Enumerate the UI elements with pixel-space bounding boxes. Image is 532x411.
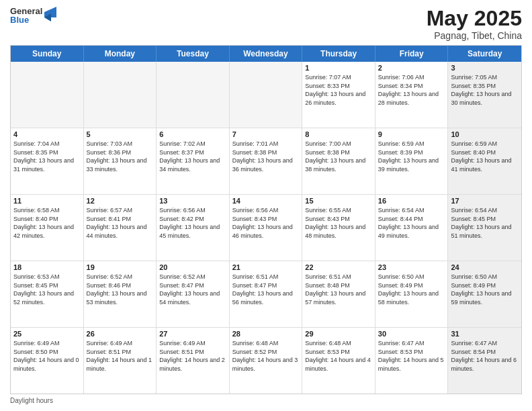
day-number: 14	[232, 197, 300, 205]
cal-cell: 10Sunrise: 6:59 AM Sunset: 8:40 PM Dayli…	[448, 128, 521, 194]
day-number: 1	[305, 64, 372, 72]
day-number: 17	[451, 197, 519, 205]
cal-cell: 14Sunrise: 6:56 AM Sunset: 8:43 PM Dayli…	[230, 195, 303, 261]
cal-cell: 16Sunrise: 6:54 AM Sunset: 8:44 PM Dayli…	[375, 195, 449, 261]
cell-content: Sunrise: 6:49 AM Sunset: 8:50 PM Dayligh…	[13, 339, 81, 373]
day-number: 9	[378, 130, 445, 138]
cal-row-1: 4Sunrise: 7:04 AM Sunset: 8:35 PM Daylig…	[11, 128, 521, 195]
day-number: 28	[232, 330, 300, 338]
cal-header-day-thursday: Thursday	[302, 46, 375, 62]
cal-cell: 28Sunrise: 6:48 AM Sunset: 8:52 PM Dayli…	[230, 328, 303, 394]
day-number: 21	[232, 263, 300, 271]
cell-content: Sunrise: 7:00 AM Sunset: 8:38 PM Dayligh…	[305, 140, 372, 173]
day-number: 2	[378, 64, 445, 72]
cal-row-3: 18Sunrise: 6:53 AM Sunset: 8:45 PM Dayli…	[11, 261, 521, 328]
cell-content: Sunrise: 7:03 AM Sunset: 8:36 PM Dayligh…	[87, 140, 154, 173]
cell-content: Sunrise: 6:49 AM Sunset: 8:51 PM Dayligh…	[87, 339, 154, 373]
cal-header-day-tuesday: Tuesday	[157, 46, 230, 62]
cell-content: Sunrise: 6:56 AM Sunset: 8:42 PM Dayligh…	[159, 206, 226, 240]
day-number: 16	[378, 197, 445, 205]
cal-cell: 23Sunrise: 6:50 AM Sunset: 8:49 PM Dayli…	[375, 261, 449, 327]
day-number: 30	[378, 330, 445, 338]
day-number: 11	[13, 197, 81, 205]
calendar-header: SundayMondayTuesdayWednesdayThursdayFrid…	[11, 46, 521, 62]
cell-content: Sunrise: 6:59 AM Sunset: 8:40 PM Dayligh…	[451, 140, 519, 173]
cal-cell: 7Sunrise: 7:01 AM Sunset: 8:38 PM Daylig…	[230, 128, 303, 194]
cell-content: Sunrise: 7:02 AM Sunset: 8:37 PM Dayligh…	[159, 140, 226, 173]
day-number: 8	[305, 130, 372, 138]
cell-content: Sunrise: 7:07 AM Sunset: 8:33 PM Dayligh…	[305, 73, 372, 107]
cal-cell: 6Sunrise: 7:02 AM Sunset: 8:37 PM Daylig…	[157, 128, 230, 194]
cal-cell: 29Sunrise: 6:48 AM Sunset: 8:53 PM Dayli…	[302, 328, 375, 394]
cell-content: Sunrise: 6:56 AM Sunset: 8:43 PM Dayligh…	[232, 206, 300, 240]
cal-cell: 30Sunrise: 6:47 AM Sunset: 8:53 PM Dayli…	[375, 328, 449, 394]
day-number: 25	[13, 330, 81, 338]
day-number: 19	[87, 263, 154, 271]
day-number: 27	[159, 330, 226, 338]
cell-content: Sunrise: 7:04 AM Sunset: 8:35 PM Dayligh…	[13, 140, 81, 173]
cal-header-day-friday: Friday	[375, 46, 449, 62]
cal-cell: 27Sunrise: 6:49 AM Sunset: 8:51 PM Dayli…	[157, 328, 230, 394]
cell-content: Sunrise: 6:48 AM Sunset: 8:53 PM Dayligh…	[305, 339, 372, 373]
cell-content: Sunrise: 6:57 AM Sunset: 8:41 PM Dayligh…	[87, 206, 154, 240]
cal-cell: 9Sunrise: 6:59 AM Sunset: 8:39 PM Daylig…	[375, 128, 449, 194]
cell-content: Sunrise: 6:54 AM Sunset: 8:45 PM Dayligh…	[451, 206, 519, 240]
cal-header-day-saturday: Saturday	[448, 46, 521, 62]
cell-content: Sunrise: 7:06 AM Sunset: 8:34 PM Dayligh…	[378, 73, 445, 107]
cal-cell: 20Sunrise: 6:52 AM Sunset: 8:47 PM Dayli…	[157, 261, 230, 327]
cell-content: Sunrise: 6:53 AM Sunset: 8:45 PM Dayligh…	[13, 273, 81, 306]
cal-header-day-sunday: Sunday	[11, 46, 84, 62]
day-number: 13	[159, 197, 226, 205]
cal-cell: 15Sunrise: 6:55 AM Sunset: 8:43 PM Dayli…	[302, 195, 375, 261]
cal-cell: 5Sunrise: 7:03 AM Sunset: 8:36 PM Daylig…	[84, 128, 157, 194]
cell-content: Sunrise: 6:47 AM Sunset: 8:53 PM Dayligh…	[378, 339, 445, 373]
cal-cell: 1Sunrise: 7:07 AM Sunset: 8:33 PM Daylig…	[302, 62, 375, 128]
header: General Blue May 2025 Pagnag, Tibet, Chi…	[10, 7, 522, 41]
cell-content: Sunrise: 6:51 AM Sunset: 8:47 PM Dayligh…	[232, 273, 300, 306]
cal-cell: 31Sunrise: 6:47 AM Sunset: 8:54 PM Dayli…	[448, 328, 521, 394]
cal-cell: 21Sunrise: 6:51 AM Sunset: 8:47 PM Dayli…	[230, 261, 303, 327]
cal-cell: 22Sunrise: 6:51 AM Sunset: 8:48 PM Dayli…	[302, 261, 375, 327]
cal-cell: 12Sunrise: 6:57 AM Sunset: 8:41 PM Dayli…	[84, 195, 157, 261]
day-number: 10	[451, 130, 519, 138]
title-block: May 2025 Pagnag, Tibet, China	[427, 7, 522, 41]
cal-cell	[157, 62, 230, 128]
cal-cell: 13Sunrise: 6:56 AM Sunset: 8:42 PM Dayli…	[157, 195, 230, 261]
calendar: SundayMondayTuesdayWednesdayThursdayFrid…	[10, 45, 522, 394]
cal-cell: 11Sunrise: 6:58 AM Sunset: 8:40 PM Dayli…	[11, 195, 84, 261]
day-number: 3	[451, 64, 519, 72]
cell-content: Sunrise: 6:51 AM Sunset: 8:48 PM Dayligh…	[305, 273, 372, 306]
cal-cell: 26Sunrise: 6:49 AM Sunset: 8:51 PM Dayli…	[84, 328, 157, 394]
cell-content: Sunrise: 6:50 AM Sunset: 8:49 PM Dayligh…	[378, 273, 445, 306]
cal-row-4: 25Sunrise: 6:49 AM Sunset: 8:50 PM Dayli…	[11, 328, 521, 394]
day-number: 29	[305, 330, 372, 338]
logo-blue: Blue	[10, 15, 42, 24]
day-number: 6	[159, 130, 226, 138]
day-number: 7	[232, 130, 300, 138]
cell-content: Sunrise: 6:52 AM Sunset: 8:47 PM Dayligh…	[159, 273, 226, 306]
cell-content: Sunrise: 6:54 AM Sunset: 8:44 PM Dayligh…	[378, 206, 445, 240]
logo-icon	[44, 7, 56, 21]
cell-content: Sunrise: 7:05 AM Sunset: 8:35 PM Dayligh…	[451, 73, 519, 107]
cell-content: Sunrise: 6:47 AM Sunset: 8:54 PM Dayligh…	[451, 339, 519, 373]
cal-row-0: 1Sunrise: 7:07 AM Sunset: 8:33 PM Daylig…	[11, 62, 521, 128]
cal-cell: 4Sunrise: 7:04 AM Sunset: 8:35 PM Daylig…	[11, 128, 84, 194]
cal-header-day-monday: Monday	[84, 46, 157, 62]
cal-cell: 2Sunrise: 7:06 AM Sunset: 8:34 PM Daylig…	[375, 62, 449, 128]
day-number: 5	[87, 130, 154, 138]
day-number: 31	[451, 330, 519, 338]
logo-text: General Blue	[10, 7, 42, 24]
cell-content: Sunrise: 6:55 AM Sunset: 8:43 PM Dayligh…	[305, 206, 372, 240]
day-number: 4	[13, 130, 81, 138]
cell-content: Sunrise: 6:59 AM Sunset: 8:39 PM Dayligh…	[378, 140, 445, 173]
page: General Blue May 2025 Pagnag, Tibet, Chi…	[0, 0, 532, 411]
logo: General Blue	[10, 7, 56, 24]
day-number: 24	[451, 263, 519, 271]
footer-note: Daylight hours	[10, 397, 522, 404]
cal-cell: 18Sunrise: 6:53 AM Sunset: 8:45 PM Dayli…	[11, 261, 84, 327]
day-number: 26	[87, 330, 154, 338]
cell-content: Sunrise: 6:49 AM Sunset: 8:51 PM Dayligh…	[159, 339, 226, 373]
day-number: 12	[87, 197, 154, 205]
cell-content: Sunrise: 6:52 AM Sunset: 8:46 PM Dayligh…	[87, 273, 154, 306]
cal-cell: 19Sunrise: 6:52 AM Sunset: 8:46 PM Dayli…	[84, 261, 157, 327]
